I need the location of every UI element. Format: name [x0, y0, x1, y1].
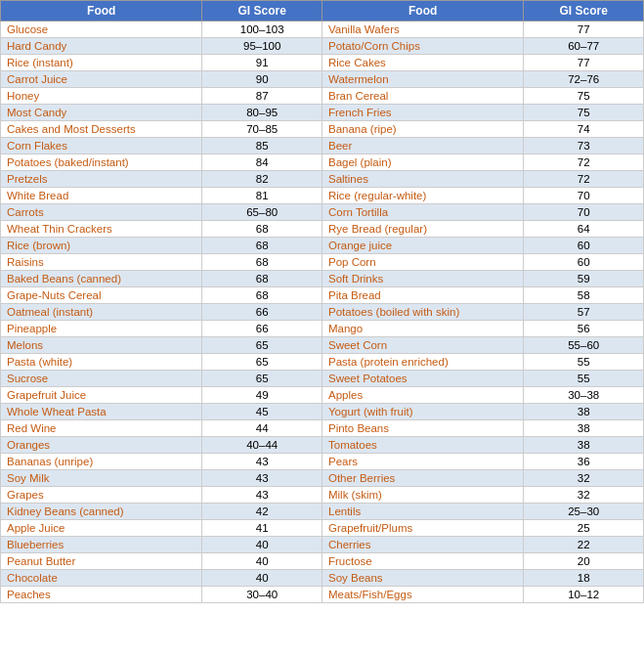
- table-row: Whole Wheat Pasta45Yogurt (with fruit)38: [1, 404, 644, 420]
- gi-right: 75: [524, 88, 644, 105]
- table-row: Cakes and Most Desserts70–85Banana (ripe…: [1, 121, 644, 138]
- gi-left: 40–44: [202, 437, 322, 454]
- food-right: Pita Bread: [322, 287, 523, 304]
- gi-left: 82: [202, 171, 322, 188]
- table-row: Sucrose65Sweet Potatoes55: [1, 371, 644, 387]
- gi-right: 38: [524, 437, 644, 454]
- gi-left: 66: [202, 321, 322, 337]
- gi-right: 74: [524, 121, 644, 138]
- food-right: Sweet Potatoes: [322, 371, 523, 387]
- gi-left: 40: [202, 537, 322, 553]
- food-left: Red Wine: [1, 420, 202, 437]
- gi-right: 60–77: [524, 38, 644, 55]
- gi-left: 45: [202, 404, 322, 420]
- food-left: Grapefruit Juice: [1, 387, 202, 404]
- food-right: Pears: [322, 454, 523, 470]
- food-right: Yogurt (with fruit): [322, 404, 523, 420]
- table-row: Carrot Juice90Watermelon72–76: [1, 71, 644, 88]
- gi-left: 87: [202, 88, 322, 105]
- food-right: Pinto Beans: [322, 420, 523, 437]
- food-left: Rice (brown): [1, 238, 202, 254]
- food-right: Sweet Corn: [322, 337, 523, 354]
- gi-left: 81: [202, 188, 322, 204]
- gi-left: 49: [202, 387, 322, 404]
- table-row: Bananas (unripe)43Pears36: [1, 454, 644, 470]
- gi-right: 70: [524, 204, 644, 221]
- gi-left: 68: [202, 221, 322, 238]
- gi-left: 43: [202, 487, 322, 504]
- table-row: Peanut Butter40Fructose20: [1, 553, 644, 570]
- gi-right: 75: [524, 105, 644, 121]
- table-row: Soy Milk43Other Berries32: [1, 470, 644, 487]
- food-left: Whole Wheat Pasta: [1, 404, 202, 420]
- table-row: Oatmeal (instant)66Potatoes (boiled with…: [1, 304, 644, 321]
- food-left: Grapes: [1, 487, 202, 504]
- table-row: Rice (instant)91Rice Cakes77: [1, 55, 644, 71]
- gi-right: 70: [524, 188, 644, 204]
- gi-table: Food GI Score Food GI Score Glucose100–1…: [0, 0, 644, 603]
- gi-left: 85: [202, 138, 322, 154]
- gi-left: 40: [202, 553, 322, 570]
- food-left: Wheat Thin Crackers: [1, 221, 202, 238]
- gi-right: 38: [524, 420, 644, 437]
- food-right: Grapefruit/Plums: [322, 520, 523, 537]
- table-row: Red Wine44Pinto Beans38: [1, 420, 644, 437]
- food-left: Pineapple: [1, 321, 202, 337]
- header-gi-right: GI Score: [524, 1, 644, 22]
- food-right: Cherries: [322, 537, 523, 553]
- food-left: Most Candy: [1, 105, 202, 121]
- food-left: Kidney Beans (canned): [1, 504, 202, 520]
- food-right: Fructose: [322, 553, 523, 570]
- table-row: Potatoes (baked/instant)84Bagel (plain)7…: [1, 154, 644, 171]
- gi-left: 66: [202, 304, 322, 321]
- gi-left: 91: [202, 55, 322, 71]
- gi-right: 60: [524, 238, 644, 254]
- table-row: Carrots65–80Corn Tortilla70: [1, 204, 644, 221]
- table-row: Pasta (white)65Pasta (protein enriched)5…: [1, 354, 644, 371]
- food-right: Bagel (plain): [322, 154, 523, 171]
- table-row: Most Candy80–95French Fries75: [1, 105, 644, 121]
- food-right: Vanilla Wafers: [322, 22, 523, 38]
- gi-left: 30–40: [202, 587, 322, 603]
- gi-left: 65: [202, 354, 322, 371]
- gi-right: 77: [524, 55, 644, 71]
- food-right: Lentils: [322, 504, 523, 520]
- food-left: Honey: [1, 88, 202, 105]
- food-right: Saltines: [322, 171, 523, 188]
- gi-right: 18: [524, 570, 644, 587]
- table-row: Kidney Beans (canned)42Lentils25–30: [1, 504, 644, 520]
- food-right: Mango: [322, 321, 523, 337]
- gi-left: 43: [202, 454, 322, 470]
- food-right: Bran Cereal: [322, 88, 523, 105]
- food-right: Milk (skim): [322, 487, 523, 504]
- food-right: Banana (ripe): [322, 121, 523, 138]
- gi-right: 32: [524, 470, 644, 487]
- gi-left: 68: [202, 271, 322, 287]
- gi-left: 68: [202, 287, 322, 304]
- gi-right: 72: [524, 154, 644, 171]
- gi-right: 72: [524, 171, 644, 188]
- food-left: Baked Beans (canned): [1, 271, 202, 287]
- food-right: Orange juice: [322, 238, 523, 254]
- food-left: Hard Candy: [1, 38, 202, 55]
- gi-left: 100–103: [202, 22, 322, 38]
- gi-left: 42: [202, 504, 322, 520]
- gi-right: 25: [524, 520, 644, 537]
- gi-left: 70–85: [202, 121, 322, 138]
- gi-left: 41: [202, 520, 322, 537]
- gi-right: 64: [524, 221, 644, 238]
- table-row: Honey87Bran Cereal75: [1, 88, 644, 105]
- table-row: Melons65Sweet Corn55–60: [1, 337, 644, 354]
- food-left: Bananas (unripe): [1, 454, 202, 470]
- food-right: Pop Corn: [322, 254, 523, 271]
- food-left: White Bread: [1, 188, 202, 204]
- gi-right: 58: [524, 287, 644, 304]
- food-right: Rice (regular-white): [322, 188, 523, 204]
- food-left: Grape-Nuts Cereal: [1, 287, 202, 304]
- food-left: Pretzels: [1, 171, 202, 188]
- table-row: Wheat Thin Crackers68Rye Bread (regular)…: [1, 221, 644, 238]
- food-left: Soy Milk: [1, 470, 202, 487]
- table-row: Grape-Nuts Cereal68Pita Bread58: [1, 287, 644, 304]
- food-left: Potatoes (baked/instant): [1, 154, 202, 171]
- food-right: Soft Drinks: [322, 271, 523, 287]
